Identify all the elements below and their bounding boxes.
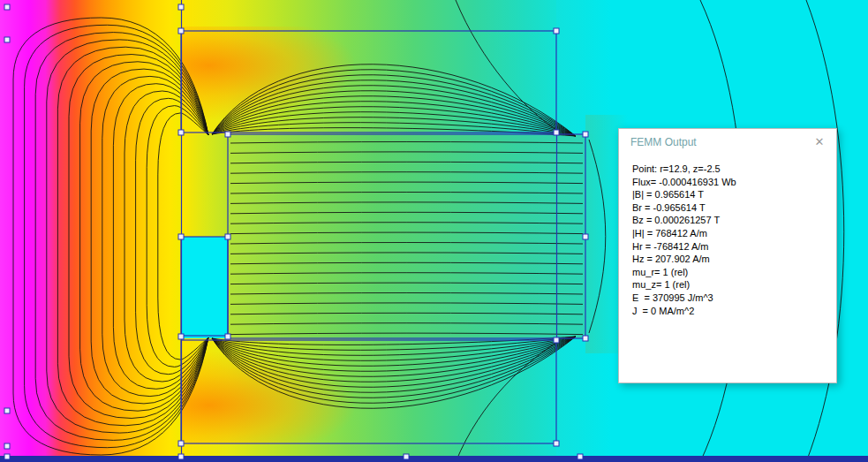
field-region-gap-upper xyxy=(182,134,228,237)
output-line-hmag: |H| = 768412 A/m xyxy=(632,227,836,240)
output-line-flux: Flux= -0.000416931 Wb xyxy=(632,176,836,189)
output-line-mur: mu_r= 1 (rel) xyxy=(632,266,836,279)
output-line-bz: Bz = 0.000261257 T xyxy=(632,214,836,227)
field-hotspot-top xyxy=(182,27,354,119)
field-region-left-gradient xyxy=(0,0,182,462)
output-line-e: E = 370995 J/m^3 xyxy=(632,292,836,305)
output-line-hr: Hr = -768412 A/m xyxy=(632,240,836,254)
field-region-magnet xyxy=(228,134,585,338)
field-region-right-top-fade xyxy=(556,0,611,134)
output-line-bmag: |B| = 0.965614 T xyxy=(632,188,836,201)
output-line-hz: Hz = 207.902 A/m xyxy=(632,253,836,266)
output-line-br: Br = -0.965614 T xyxy=(632,201,836,215)
close-icon[interactable]: ✕ xyxy=(810,133,829,152)
output-line-point: Point: r=12.9, z=-2.5 xyxy=(632,163,836,176)
output-line-j: J = 0 MA/m^2 xyxy=(632,305,836,318)
window-title: FEMM Output xyxy=(630,136,810,148)
field-region-right-bottom-fade xyxy=(556,338,611,456)
field-hotspot-bottom xyxy=(182,352,354,444)
output-content: Point: r=12.9, z=-2.5 Flux= -0.000416931… xyxy=(619,155,836,317)
output-line-muz: mu_z= 1 (rel) xyxy=(632,278,836,292)
field-region-gap-cyan xyxy=(182,237,228,336)
window-titlebar[interactable]: FEMM Output ✕ xyxy=(619,129,836,155)
femm-output-window: FEMM Output ✕ Point: r=12.9, z=-2.5 Flux… xyxy=(618,128,837,383)
